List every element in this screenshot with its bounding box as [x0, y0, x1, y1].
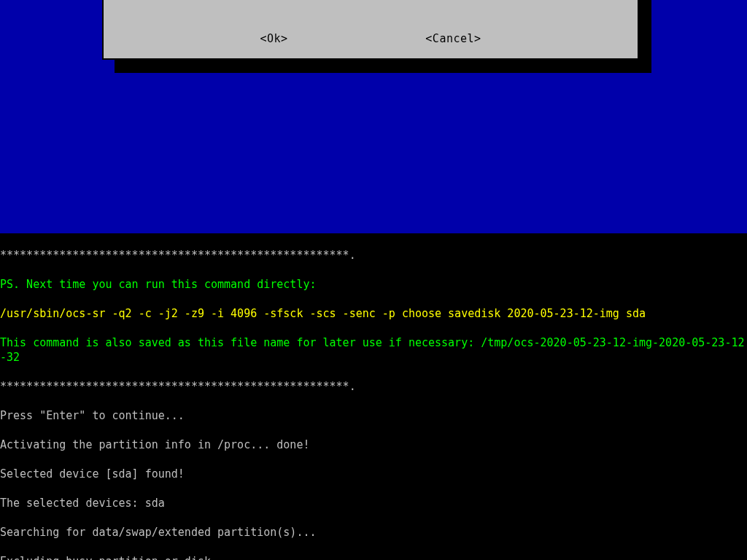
separator-line: ****************************************…	[0, 248, 747, 262]
ok-button[interactable]: <Ok>	[260, 32, 287, 45]
cancel-button[interactable]: <Cancel>	[425, 32, 481, 45]
confirm-dialog: <Ok> <Cancel>	[102, 0, 639, 60]
command-line: /usr/sbin/ocs-sr -q2 -c -j2 -z9 -i 4096 …	[0, 306, 747, 321]
separator-line: ****************************************…	[0, 379, 747, 394]
status-line: Searching for data/swap/extended partiti…	[0, 525, 747, 540]
status-line: Selected device [sda] found!	[0, 467, 747, 481]
status-line: The selected devices: sda	[0, 496, 747, 510]
terminal-output: ****************************************…	[0, 233, 747, 560]
status-line: Excluding busy partition or disk...	[0, 554, 747, 560]
prompt-line: Press "Enter" to continue...	[0, 408, 747, 423]
saved-as-line: This command is also saved as this file …	[0, 335, 747, 365]
status-line: Activating the partition info in /proc..…	[0, 438, 747, 452]
dialog-backdrop: <Ok> <Cancel>	[0, 0, 747, 233]
hint-line: PS. Next time you can run this command d…	[0, 277, 747, 292]
